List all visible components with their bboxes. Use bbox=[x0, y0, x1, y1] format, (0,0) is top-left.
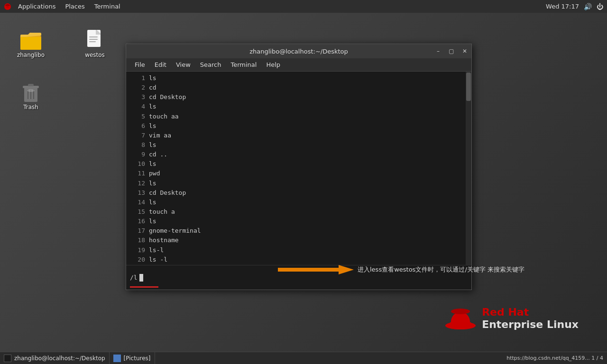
terminal-line: 13cd Desktop bbox=[130, 188, 462, 198]
terminal-line: 7vim aa bbox=[130, 131, 462, 140]
line-command: ls bbox=[149, 198, 156, 207]
line-command: cd bbox=[149, 83, 156, 92]
trash-label: Trash bbox=[23, 104, 38, 110]
svg-point-18 bbox=[451, 309, 470, 314]
line-number: 2 bbox=[130, 83, 145, 92]
terminal-minimize-button[interactable]: – bbox=[432, 44, 445, 58]
line-number: 4 bbox=[130, 102, 145, 111]
line-command: gnome-terminal bbox=[149, 226, 201, 236]
scrollbar-thumb[interactable] bbox=[466, 73, 471, 101]
menu-view[interactable]: View bbox=[171, 58, 195, 71]
line-command: hostname bbox=[149, 236, 179, 245]
terminal-close-button[interactable]: ✕ bbox=[458, 44, 471, 58]
terminal-line: 8ls bbox=[130, 140, 462, 150]
taskbar-pictures-icon bbox=[113, 355, 121, 362]
line-number: 11 bbox=[130, 169, 145, 178]
line-command: vim aa bbox=[149, 131, 171, 140]
terminal-menu[interactable]: Terminal bbox=[90, 0, 125, 13]
svg-rect-7 bbox=[89, 36, 98, 37]
taskbar-pictures-label: [Pictures] bbox=[124, 355, 151, 362]
orange-arrow bbox=[278, 265, 354, 274]
terminal-line: 5touch aa bbox=[130, 112, 462, 121]
line-command: ls bbox=[149, 140, 156, 150]
terminal-line: 3cd Desktop bbox=[130, 92, 462, 102]
terminal-line: 12ls bbox=[130, 179, 462, 188]
westos-label: westos bbox=[85, 52, 105, 58]
zhanglibo-label: zhanglibo bbox=[17, 52, 45, 58]
line-number: 16 bbox=[130, 217, 145, 226]
terminal-menubar: File Edit View Search Terminal Help bbox=[126, 58, 471, 72]
line-number: 20 bbox=[130, 255, 145, 264]
terminal-line: 4ls bbox=[130, 102, 462, 111]
taskbar-terminal-icon bbox=[4, 355, 11, 362]
svg-rect-2 bbox=[5, 6, 10, 7]
line-command: ls bbox=[149, 159, 156, 169]
terminal-title: zhanglibo@localhost:~/Desktop bbox=[249, 48, 348, 55]
terminal-window: zhanglibo@localhost:~/Desktop – ▢ ✕ File… bbox=[126, 44, 472, 290]
doc-icon bbox=[83, 29, 106, 52]
arrow-annotation: 进入less查看westos文件时，可以通过/关键字 来搜索关键字 bbox=[278, 265, 524, 274]
terminal-line: 16ls bbox=[130, 217, 462, 226]
terminal-line: 20ls -l bbox=[130, 255, 462, 264]
line-command: ls bbox=[149, 121, 156, 131]
annotation-text: 进入less查看westos文件时，可以通过/关键字 来搜索关键字 bbox=[358, 265, 524, 274]
terminal-bottom: /l 进入less查看westos文件时，可以通过/关键字 来搜索关键字 bbox=[126, 265, 471, 290]
terminal-line: 11pwd bbox=[130, 169, 462, 178]
line-command: ls bbox=[149, 73, 156, 83]
speaker-icon[interactable]: 🔊 bbox=[584, 3, 592, 10]
menu-terminal[interactable]: Terminal bbox=[226, 58, 261, 71]
line-number: 12 bbox=[130, 179, 145, 188]
terminal-scrollbar[interactable] bbox=[466, 72, 471, 265]
line-command: cd .. bbox=[149, 150, 167, 159]
clock: Wed 17:17 bbox=[546, 3, 579, 10]
line-number: 19 bbox=[130, 246, 145, 255]
line-number: 5 bbox=[130, 112, 145, 121]
line-command: touch a bbox=[149, 207, 175, 217]
line-command: ls bbox=[149, 179, 156, 188]
line-number: 18 bbox=[130, 236, 145, 245]
svg-rect-4 bbox=[20, 37, 41, 50]
line-number: 6 bbox=[130, 121, 145, 131]
terminal-line: 19ls-l bbox=[130, 246, 462, 255]
terminal-line: 2cd bbox=[130, 83, 462, 92]
terminal-line: 1ls bbox=[130, 73, 462, 83]
terminal-line: 6ls bbox=[130, 121, 462, 131]
redhat-brand-name: Red Hat bbox=[482, 307, 579, 318]
taskbar-right: https://blog.csdn.net/qq_4159... 1 / 4 bbox=[503, 355, 607, 361]
taskbar-pictures-item[interactable]: [Pictures] bbox=[110, 352, 155, 364]
redhat-hat-icon bbox=[444, 304, 477, 333]
menu-edit[interactable]: Edit bbox=[150, 58, 171, 71]
desktop: zhanglibo westos Trash bbox=[0, 13, 607, 352]
terminal-maximize-button[interactable]: ▢ bbox=[445, 44, 458, 58]
line-number: 15 bbox=[130, 207, 145, 217]
desktop-icon-westos[interactable]: westos bbox=[74, 27, 116, 60]
terminal-output[interactable]: 1ls2cd3cd Desktop4ls5touch aa6ls7vim aa8… bbox=[126, 72, 466, 265]
taskbar-terminal-item[interactable]: zhanglibo@localhost:~/Desktop bbox=[0, 352, 110, 364]
terminal-content: 1ls2cd3cd Desktop4ls5touch aa6ls7vim aa8… bbox=[126, 72, 471, 265]
line-number: 9 bbox=[130, 150, 145, 159]
folder-icon bbox=[19, 29, 42, 52]
line-number: 10 bbox=[130, 159, 145, 169]
trash-icon bbox=[19, 81, 42, 104]
power-icon[interactable]: ⏻ bbox=[597, 3, 603, 10]
line-command: ls -l bbox=[149, 255, 167, 264]
redhat-logo-small bbox=[4, 3, 11, 10]
terminal-line: 14ls bbox=[130, 198, 462, 207]
redhat-logo-area: Red Hat Enterprise Linux bbox=[444, 304, 579, 333]
redhat-text: Red Hat Enterprise Linux bbox=[482, 307, 579, 330]
menu-help[interactable]: Help bbox=[261, 58, 285, 71]
terminal-line: 18hostname bbox=[130, 236, 462, 245]
applications-menu[interactable]: Applications bbox=[13, 0, 60, 13]
terminal-prompt-bar: /l bbox=[130, 274, 468, 282]
desktop-icon-trash[interactable]: Trash bbox=[9, 79, 52, 112]
menu-file[interactable]: File bbox=[130, 58, 150, 71]
places-menu[interactable]: Places bbox=[60, 0, 89, 13]
svg-point-20 bbox=[445, 322, 476, 329]
desktop-icon-zhanglibo[interactable]: zhanglibo bbox=[9, 27, 52, 60]
line-number: 13 bbox=[130, 188, 145, 198]
line-command: cd Desktop bbox=[149, 188, 186, 198]
line-command: pwd bbox=[149, 169, 160, 178]
line-command: cd Desktop bbox=[149, 92, 186, 102]
menu-search[interactable]: Search bbox=[195, 58, 226, 71]
terminal-line: 9cd .. bbox=[130, 150, 462, 159]
